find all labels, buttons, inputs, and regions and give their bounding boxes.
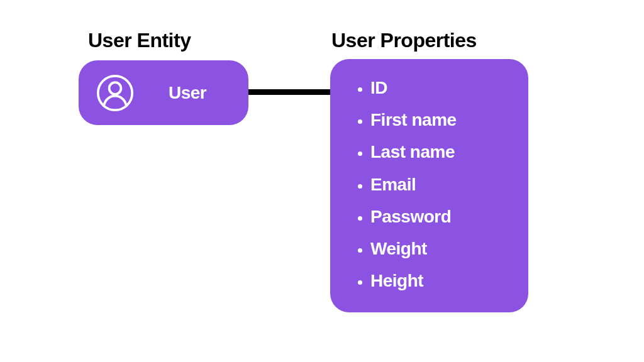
user-icon — [96, 74, 134, 112]
list-item: Password — [370, 200, 528, 233]
list-item: Height — [370, 265, 528, 297]
properties-list: ID First name Last name Email Password W… — [353, 72, 528, 297]
list-item: Last name — [370, 136, 528, 168]
entity-label: User — [169, 83, 206, 103]
list-item: Email — [370, 168, 528, 200]
connector-line — [248, 89, 330, 95]
list-item: Weight — [370, 233, 528, 265]
properties-heading: User Properties — [331, 29, 477, 52]
list-item: ID — [370, 72, 528, 104]
properties-box: ID First name Last name Email Password W… — [330, 59, 528, 312]
entity-box: User — [79, 60, 248, 125]
entity-heading: User Entity — [88, 29, 191, 52]
list-item: First name — [370, 104, 528, 136]
svg-point-1 — [109, 82, 121, 94]
